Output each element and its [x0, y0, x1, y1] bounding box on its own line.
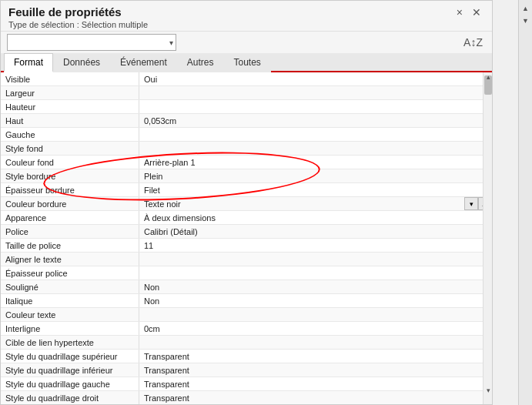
table-row[interactable]: SoulignéNon	[1, 280, 492, 294]
prop-value: Transparent	[139, 377, 492, 390]
tabs-bar: Format Données Événement Autres Toutes	[1, 53, 492, 72]
tab-evenement[interactable]: Événement	[110, 53, 177, 72]
scrollbar[interactable]: ▾ ▴	[483, 72, 492, 404]
prop-value: Transparent	[139, 350, 492, 363]
table-row[interactable]: Style du quadrillage droitTransparent	[1, 391, 492, 404]
scroll-down-btn[interactable]: ▾	[483, 386, 492, 395]
tab-autres[interactable]: Autres	[177, 53, 224, 72]
sidebar-up-icon[interactable]: ▲	[520, 3, 531, 14]
prop-value-text: 0cm	[144, 324, 160, 333]
prop-value-text: Oui	[144, 75, 157, 84]
title-bar-left: Feuille de propriétés Type de sélection …	[8, 5, 148, 29]
prop-value: Filet	[139, 183, 492, 196]
table-row[interactable]: Haut0,053cm	[1, 114, 492, 128]
prop-name: Taille de police	[1, 239, 139, 252]
prop-name: Style du quadrillage inférieur	[1, 363, 139, 377]
prop-value-text: Transparent	[144, 352, 189, 361]
prop-value-text: Non	[144, 283, 159, 292]
prop-name: Largeur	[1, 86, 139, 99]
prop-name: Aligner le texte	[1, 253, 139, 266]
table-row[interactable]: Cible de lien hypertexte	[1, 336, 492, 350]
table-row[interactable]: Style du quadrillage gaucheTransparent	[1, 377, 492, 391]
prop-value	[139, 128, 492, 141]
right-sidebar: ▲ ▼	[518, 0, 532, 405]
prop-name: Style du quadrillage gauche	[1, 377, 139, 390]
table-row[interactable]: Hauteur	[1, 100, 492, 114]
subtitle-value: Sélection multiple	[82, 20, 148, 29]
table-row[interactable]: Largeur	[1, 86, 492, 100]
prop-name: Haut	[1, 114, 139, 127]
sidebar-down-icon[interactable]: ▼	[520, 15, 531, 26]
prop-value-text: 11	[144, 241, 153, 250]
prop-value-text: Transparent	[144, 380, 189, 389]
subtitle: Type de sélection : Sélection multiple	[8, 20, 148, 29]
prop-value-text: 0,053cm	[144, 116, 176, 126]
table-row[interactable]: Couleur texte	[1, 308, 492, 322]
table-row[interactable]: PoliceCalibri (Détail)	[1, 225, 492, 239]
prop-value-text: Transparent	[144, 393, 189, 403]
prop-value: Calibri (Détail)	[139, 225, 492, 238]
properties-panel: Feuille de propriétés Type de sélection …	[0, 0, 493, 405]
table-row[interactable]: Épaisseur bordureFilet	[1, 183, 492, 197]
prop-value[interactable]: Texte noir▾…	[139, 197, 492, 210]
prop-name: Couleur texte	[1, 308, 139, 321]
table-row[interactable]: Style fond	[1, 142, 492, 156]
tab-toutes[interactable]: Toutes	[223, 53, 270, 72]
prop-value: Transparent	[139, 391, 492, 404]
prop-value-text: Calibri (Détail)	[144, 227, 198, 236]
prop-value: 11	[139, 239, 492, 252]
prop-value-text: Arrière-plan 1	[144, 158, 196, 167]
table-row[interactable]: Gauche	[1, 128, 492, 142]
table-row[interactable]: VisibleOui	[1, 72, 492, 86]
scroll-up-btn[interactable]: ▴	[483, 72, 492, 82]
prop-name: Apparence	[1, 211, 139, 224]
tab-donnees[interactable]: Données	[53, 53, 110, 72]
prop-name: Police	[1, 225, 139, 238]
table-row[interactable]: Style bordurePlein	[1, 169, 492, 183]
prop-value: Transparent	[139, 363, 492, 377]
table-row[interactable]: ItaliqueNon	[1, 294, 492, 308]
value-dropdown-btn[interactable]: ▾	[464, 197, 478, 210]
prop-value-text: À deux dimensions	[144, 213, 216, 223]
table-row[interactable]: Couleur fondArrière-plan 1	[1, 156, 492, 169]
selection-dropdown-wrapper: ▾	[7, 34, 176, 51]
title-bar: Feuille de propriétés Type de sélection …	[1, 1, 492, 32]
prop-value: Oui	[139, 72, 492, 85]
table-row[interactable]: Style du quadrillage supérieurTransparen…	[1, 350, 492, 363]
prop-value	[139, 100, 492, 113]
selection-dropdown[interactable]	[7, 34, 176, 51]
prop-name: Visible	[1, 72, 139, 85]
prop-name: Hauteur	[1, 100, 139, 113]
prop-value	[139, 253, 492, 266]
prop-name: Style du quadrillage droit	[1, 391, 139, 404]
table-row[interactable]: ApparenceÀ deux dimensions	[1, 211, 492, 225]
prop-name: Gauche	[1, 128, 139, 141]
sort-az-button[interactable]: A↕Z	[460, 35, 486, 50]
properties-list: VisibleOuiLargeurHauteurHaut0,053cmGauch…	[1, 72, 492, 404]
table-row[interactable]: Taille de police11	[1, 239, 492, 253]
subtitle-label: Type de sélection :	[8, 20, 82, 29]
prop-name: Épaisseur bordure	[1, 183, 139, 196]
prop-value: À deux dimensions	[139, 211, 492, 224]
table-row[interactable]: Couleur bordureTexte noir▾…	[1, 197, 492, 211]
prop-value-text: Filet	[144, 186, 160, 195]
tab-format[interactable]: Format	[4, 53, 53, 72]
table-row[interactable]: Aligner le texte	[1, 253, 492, 266]
table-row[interactable]: Interligne0cm	[1, 322, 492, 336]
prop-value: Non	[139, 294, 492, 307]
pin-icon[interactable]: ✕	[469, 5, 484, 19]
close-icon[interactable]: ×	[453, 5, 466, 19]
prop-value: Non	[139, 280, 492, 293]
prop-name: Style fond	[1, 142, 139, 155]
prop-value	[139, 86, 492, 99]
prop-name: Souligné	[1, 280, 139, 293]
prop-name: Épaisseur police	[1, 266, 139, 279]
table-row[interactable]: Style du quadrillage inférieurTransparen…	[1, 363, 492, 377]
prop-name: Cible de lien hypertexte	[1, 336, 139, 349]
properties-table: VisibleOuiLargeurHauteurHaut0,053cmGauch…	[1, 72, 492, 404]
prop-value	[139, 266, 492, 279]
prop-value	[139, 336, 492, 349]
table-row[interactable]: Épaisseur police	[1, 266, 492, 280]
prop-name: Interligne	[1, 322, 139, 335]
title-bar-right: × ✕	[453, 5, 484, 19]
